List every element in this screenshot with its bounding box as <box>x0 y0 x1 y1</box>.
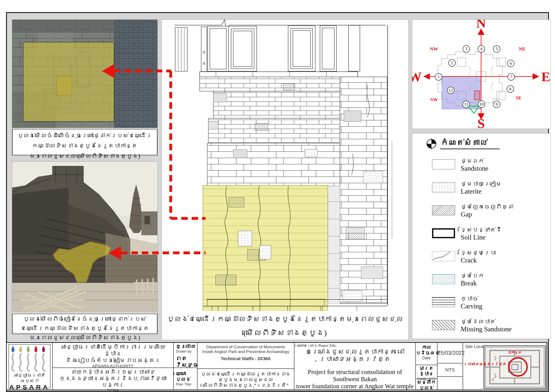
photo-bottom-temple-corner <box>12 162 157 313</box>
logo-khmer-name: អាជ្ញាធរជាតិអប្សរា <box>9 373 50 384</box>
date-label-row: កាលបរិច្ឆេទ Date <box>416 343 437 365</box>
legend-en: Break <box>461 279 484 288</box>
legend-item-sandstone: ថ្មភក់ Sandstone <box>432 158 488 173</box>
date-label-en: Date <box>416 356 437 360</box>
label-nw: NW <box>430 46 438 51</box>
meta-labels-cell: កាលបរិច្ឆេទ Date មាត្រដ្ឋាន Scale: 1/75 … <box>416 343 438 390</box>
caption-bottom-line1: ប្លង់មើលពីចំហៀងនៃចំនុចគ្រោះថ្នាក់របស់ជណ្… <box>13 314 157 333</box>
annotation-dash-mid-h <box>171 217 205 220</box>
caption-bottom-line2: មុនពេលជួសជុល (មើលពីទិសខាងត្បូង) <box>13 333 157 342</box>
site-location-map: បាកាន្ត <box>483 345 546 389</box>
date-label-km: កាលបរិច្ឆេទ <box>416 345 437 356</box>
work-location-marker <box>474 91 480 100</box>
department-en2: Inside Angkor Park and Preventive Archae… <box>197 349 294 354</box>
label-north: N <box>476 20 486 30</box>
authority-cell: អាជ្ញាធរជាតិដើម្បីការពាររមណីយដ្ឋាន និង រ… <box>53 343 174 390</box>
dcma-row: នាយកដ្ឋានអភិរក្សប្រាសាទ ក្នុងឧទ្យានអង្គរ… <box>53 368 173 391</box>
tower-number-9: 9 <box>493 101 500 108</box>
sheet-label-row: សន្លឹកប្លង់ sheet <box>416 379 437 391</box>
tower-number-10: 10 <box>478 100 485 108</box>
scale-label-km: មាត្រដ្ឋាន <box>416 366 437 377</box>
authority-km1: អាជ្ញាធរជាតិដើម្បីការពាររមណីយដ្ឋាន <box>53 344 173 357</box>
tower-number-12: 12 <box>447 87 454 94</box>
masonry-body <box>200 77 358 186</box>
legend-km: ក្បាច់ <box>461 295 482 302</box>
stepped-edge-strip <box>328 186 340 303</box>
legend-en: Gap <box>461 210 513 219</box>
legend-item-carving: ក្បាច់ Carving <box>432 295 482 311</box>
caption-box-bottom-photo: ប្លង់មើលពីចំហៀងនៃចំនុចគ្រោះថ្នាក់របស់ជណ្… <box>12 314 157 334</box>
legend-title: កំណត់សំគាល់ <box>440 138 500 149</box>
dcma-en: DCMA <box>53 388 173 392</box>
break-swatch <box>432 274 455 284</box>
plan-title-km-row: ប្លង់ជណ្ដើរកណ្ដាលរួតបាកានខាងត្បូងមុនពេលជ… <box>197 369 294 392</box>
tower-number-1: 1 <box>435 73 442 81</box>
drawnby-cell: គូរដោយ Drawn by: ពត វិសុទ្ធ ឈ្មោះប្លង់ P… <box>174 343 197 390</box>
tower-number-2: 2 <box>448 59 456 67</box>
photo-panel-top-view: ប្លង់មើលចំពីលើចំនុចគ្រោះថ្នាក់របស់ជណ្ដើរ… <box>12 20 158 156</box>
legend-en: Missing Sandstone <box>461 325 512 334</box>
legend-en: Carving <box>461 302 482 311</box>
drawnby-label-en: Drawn by: <box>176 349 197 354</box>
dcma-km2: ក្នុងឧទ្យានអង្គរនិងបុរាណវិទ្យាបង្ការ <box>53 375 173 388</box>
legend-item-gap: ថ្មញែកចេញពីគ្នា Gap <box>432 204 513 219</box>
label-west: W <box>412 69 422 84</box>
legend-km: ថ្មបាយក្រៀម <box>461 181 502 187</box>
tower-number-4: 4 <box>478 45 485 53</box>
legend-en: Sandstone <box>461 164 488 173</box>
tower-number-8: 8 <box>507 85 514 93</box>
logo-latin-name: APSARA <box>9 384 50 391</box>
label-east: E <box>541 69 550 84</box>
laterite-swatch <box>432 182 455 192</box>
main-drawing-caption: ប្លង់ជណ្ដើរកណ្ដាលទិសខាងត្បូងនៃរួតបាកាន្ត… <box>162 313 409 340</box>
legend-km: ខ្សែបន្ទាត់ដី <box>461 227 502 233</box>
annotation-dash-top-h <box>114 70 171 72</box>
caption-top-line1: ប្លង់មើលចំពីលើចំនុចគ្រោះថ្នាក់របស់ជណ្ដើរ… <box>13 131 157 151</box>
legend-km: ថ្មដែលបាត់ <box>461 318 512 325</box>
legend-item-crack: ខ្សែថ្មប្រេះ Crack <box>432 249 496 265</box>
legend-km: ថ្មញែកចេញពីគ្នា <box>461 204 513 210</box>
key-plan-drawing: N E S W NW NE SW SE <box>412 20 550 129</box>
legend-item-break: ថ្មបែក Break <box>432 272 484 288</box>
legend-km: ថ្មបែក <box>461 272 484 279</box>
annotation-dash-bottom-h <box>121 251 205 254</box>
project-title-en2: tower foundation corner at Angkor Wat te… <box>294 383 415 390</box>
tower-number-3: 3 <box>463 45 470 53</box>
north-target-icon <box>426 138 437 149</box>
drawnby-value: ពត វិសុទ្ធ <box>176 355 197 368</box>
sheet-label-en: sheet <box>416 391 437 392</box>
gap-swatch <box>432 205 455 215</box>
plan-title-km1: ប្លង់ជណ្ដើរកណ្ដាលរួតបាកានខាងត្បូងមុនពេលជ… <box>197 371 294 383</box>
tower-number-5: 5 <box>493 45 500 53</box>
legend-item-soil-line: ខ្សែបន្ទាត់ដី Soil Line <box>432 227 502 242</box>
drawing-sheet-page: ប្លង់មើលចំពីលើចំនុចគ្រោះថ្នាក់របស់ជណ្ដើរ… <box>0 0 555 392</box>
logo-cell: អាជ្ញាធរជាតិអប្សរា APSARA <box>7 343 53 390</box>
site-map-bakan-label: បាកាន្ត <box>508 351 522 355</box>
soil-line-swatch <box>432 228 455 238</box>
annotation-arrow-top <box>102 64 114 78</box>
annotation-dash-vertical <box>169 71 172 219</box>
key-plan-panel: N E S W NW NE SW SE 1 2 3 4 5 6 7 8 9 10… <box>412 20 551 129</box>
missing-sandstone-swatch <box>432 320 455 330</box>
plantitle-label-km: ឈ្មោះប្លង់ <box>176 371 197 382</box>
legend-item-laterite: ថ្មបាយក្រៀម Laterite <box>432 181 502 196</box>
date-value: 25/03/2022 <box>438 350 465 356</box>
department-en3: Technical Staffs - DCMA <box>197 356 294 361</box>
drawnby-row: គូរដោយ Drawn by: ពត វិសុទ្ធ <box>174 343 197 368</box>
meta-values-cell: 25/03/2022 NTS <box>438 343 463 390</box>
legend-km: ថ្មភក់ <box>461 158 488 164</box>
scale-value: NTS <box>445 367 455 372</box>
site-map-temple-label: ប្រាសាទអង្គរវត្ត <box>464 362 506 366</box>
highlight-zone <box>203 185 328 311</box>
main-elevation-panel: ប្លង់ជណ្ដើរកណ្ដាលទិសខាងត្បូងនៃរួតបាកាន្ត… <box>161 20 409 340</box>
site-location-cell: Site Location: ប្រាសាទអង្គរវត្ត បាកាន្ត <box>463 343 547 390</box>
drawnby-label-km: គូរដោយ <box>176 344 197 349</box>
label-sw: SW <box>430 97 438 102</box>
crack-swatch <box>432 251 455 261</box>
logo-flame-drops <box>12 346 45 352</box>
elevation-drawing <box>162 20 409 311</box>
legend-en: Soil Line <box>461 233 502 242</box>
sheet-label-km: សន្លឹកប្លង់ <box>416 379 437 391</box>
carving-swatch <box>432 297 455 307</box>
tower-number-7: 7 <box>508 73 515 81</box>
